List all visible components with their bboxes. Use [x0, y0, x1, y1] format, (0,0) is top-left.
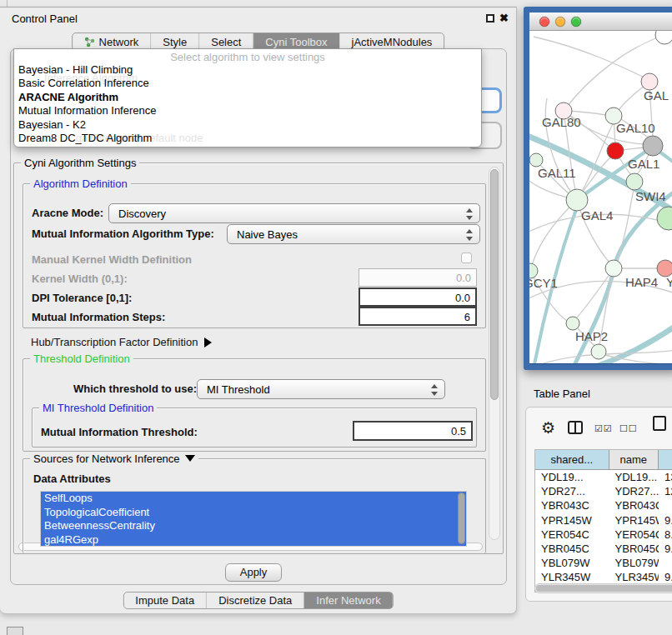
- table-cell[interactable]: YER054C: [609, 528, 659, 542]
- algorithm-option[interactable]: ARACNE Algorithm: [14, 91, 481, 104]
- column-header-shared[interactable]: shared...: [535, 450, 609, 469]
- tab-network[interactable]: Network: [73, 33, 152, 50]
- table-cell[interactable]: YBR045C: [609, 542, 659, 556]
- table-cell[interactable]: YPR145W: [609, 513, 659, 528]
- tab-select[interactable]: Select: [199, 33, 253, 50]
- table-cell[interactable]: YER054C: [535, 528, 609, 542]
- table-row[interactable]: YBL079WYBL079W: [535, 556, 672, 570]
- network-node[interactable]: [657, 207, 672, 230]
- which-threshold-combo[interactable]: MI Threshold: [197, 379, 445, 399]
- attribute-list-item[interactable]: BetweennessCentrality: [41, 519, 466, 533]
- table-cell[interactable]: 12: [659, 484, 672, 498]
- corner-grid-icon[interactable]: [7, 627, 23, 635]
- table-cell[interactable]: YBR045C: [535, 542, 609, 556]
- mi-steps-field[interactable]: 6: [359, 307, 477, 326]
- unchecked-pair-icon[interactable]: ☐☐: [619, 423, 638, 434]
- table-row[interactable]: YLR345WYLR345W9.: [535, 570, 672, 584]
- table-cell[interactable]: YBL079W: [609, 556, 659, 570]
- node-label: GAL10: [616, 121, 655, 135]
- aracne-mode-combo[interactable]: Discovery: [108, 203, 480, 223]
- algorithm-option[interactable]: Bayesian - Hill Climbing: [14, 63, 481, 77]
- table-cell[interactable]: YDL19...: [535, 470, 609, 484]
- table-row[interactable]: YDR27...YDR27...12: [535, 484, 672, 498]
- network-node-gal11[interactable]: [529, 153, 543, 167]
- minimize-traffic-light-icon[interactable]: [555, 17, 565, 27]
- table-row[interactable]: YPR145WYPR145W9.: [535, 513, 672, 528]
- network-node-hap4[interactable]: [605, 260, 622, 277]
- node-label: GAL11: [538, 166, 576, 180]
- table-cell[interactable]: 9.: [659, 542, 672, 556]
- columns-icon[interactable]: [568, 421, 583, 434]
- table-cell[interactable]: YPR145W: [535, 513, 609, 528]
- network-node-gal[interactable]: [641, 73, 658, 90]
- table-row[interactable]: YBR043CYBR043C: [535, 498, 672, 512]
- table-cell[interactable]: 9.: [659, 570, 672, 584]
- table-cell[interactable]: 8.: [659, 528, 672, 542]
- algorithm-option[interactable]: Mutual Information Inference: [14, 104, 481, 118]
- document-icon[interactable]: [653, 416, 666, 431]
- list-scrollbar-thumb[interactable]: [458, 492, 465, 544]
- network-canvas[interactable]: GALGAL80GAL10GAL1GAL11SWI4GAL4GCY1HAP4YH…: [529, 31, 672, 363]
- float-window-icon[interactable]: [486, 14, 494, 22]
- manual-kernel-width-checkbox[interactable]: [461, 252, 472, 263]
- network-node[interactable]: [591, 344, 606, 359]
- gear-icon[interactable]: ⚙: [541, 418, 555, 438]
- table-row[interactable]: YER054CYER054C8.: [535, 528, 672, 542]
- table-cell[interactable]: YLR345W: [535, 570, 609, 584]
- algorithm-option[interactable]: Basic Correlation Inference: [14, 77, 481, 90]
- node-label: GAL4: [581, 208, 613, 222]
- attribute-list-item[interactable]: gal4RGexp: [41, 533, 466, 547]
- scrollbar-thumb[interactable]: [490, 169, 499, 400]
- table-row[interactable]: YBR045CYBR045C9.: [535, 542, 672, 556]
- table-panel-title: Table Panel: [534, 388, 590, 400]
- tab-style[interactable]: Style: [151, 33, 199, 50]
- tab-cyni-toolbox[interactable]: Cyni Toolbox: [253, 33, 339, 50]
- scrollbar-thumb[interactable]: [536, 585, 672, 592]
- table-row[interactable]: YDL19...YDL19...13: [535, 470, 672, 484]
- sources-title-expander[interactable]: Sources for Network Inference: [30, 452, 198, 465]
- apply-button[interactable]: Apply: [225, 563, 282, 582]
- table-horizontal-scrollbar[interactable]: [534, 583, 672, 593]
- table-cell[interactable]: YDR27...: [535, 484, 609, 498]
- algorithm-option[interactable]: Dream8 DC_TDC Algorithm: [14, 132, 481, 145]
- attribute-list-item[interactable]: SelfLoops: [41, 492, 466, 506]
- close-traffic-light-icon[interactable]: [539, 17, 549, 27]
- attribute-list-item[interactable]: TopologicalCoefficient: [41, 506, 466, 520]
- algorithm-option[interactable]: Bayesian - K2: [14, 118, 481, 132]
- table-cell[interactable]: 13: [659, 470, 672, 484]
- checked-pair-icon[interactable]: ☑☑: [594, 423, 613, 434]
- network-node-swi4[interactable]: [626, 173, 643, 190]
- mi-threshold-field[interactable]: 0.5: [353, 421, 473, 441]
- network-node[interactable]: [643, 136, 663, 156]
- table-cell[interactable]: YBR043C: [609, 498, 659, 512]
- tab-discretize-data[interactable]: Discretize Data: [207, 592, 304, 608]
- settings-vertical-scrollbar[interactable]: [489, 167, 500, 540]
- network-node-gal1[interactable]: [607, 142, 624, 159]
- tab-impute-data[interactable]: Impute Data: [123, 592, 207, 608]
- mi-algorithm-type-combo[interactable]: Naive Bayes: [227, 224, 480, 244]
- data-attributes-list[interactable]: SelfLoopsTopologicalCoefficientBetweenne…: [40, 491, 467, 547]
- network-node[interactable]: [655, 31, 672, 44]
- dpi-tolerance-field[interactable]: 0.0: [359, 288, 477, 307]
- close-icon[interactable]: ✖: [499, 12, 509, 24]
- column-header-cut[interactable]: [659, 450, 672, 469]
- which-threshold-label: Which threshold to use:: [73, 382, 197, 395]
- table-cell[interactable]: YDR27...: [609, 484, 659, 498]
- column-header-name[interactable]: name: [609, 450, 659, 469]
- table-cell[interactable]: [659, 556, 672, 570]
- hub-definition-expander[interactable]: Hub/Transcription Factor Definition: [31, 336, 212, 348]
- table-cell[interactable]: YBL079W: [535, 556, 609, 570]
- network-node-hap2[interactable]: [566, 317, 579, 330]
- network-node-y[interactable]: [657, 260, 672, 277]
- node-label: GAL1: [628, 157, 659, 171]
- tab-infer-network[interactable]: Infer Network: [304, 592, 392, 608]
- table-cell[interactable]: YLR345W: [609, 570, 659, 584]
- table-cell[interactable]: [659, 498, 672, 512]
- table-cell[interactable]: YDL19...: [609, 470, 659, 484]
- tab-jactivemnodules[interactable]: jActiveMNodules: [340, 33, 444, 50]
- table-cell[interactable]: 9.: [659, 513, 672, 528]
- table-cell[interactable]: YBR043C: [535, 498, 609, 512]
- network-view-window[interactable]: GALGAL80GAL10GAL1GAL11SWI4GAL4GCY1HAP4YH…: [524, 7, 672, 370]
- kernel-width-field[interactable]: 0.0: [359, 268, 477, 287]
- zoom-traffic-light-icon[interactable]: [571, 17, 581, 27]
